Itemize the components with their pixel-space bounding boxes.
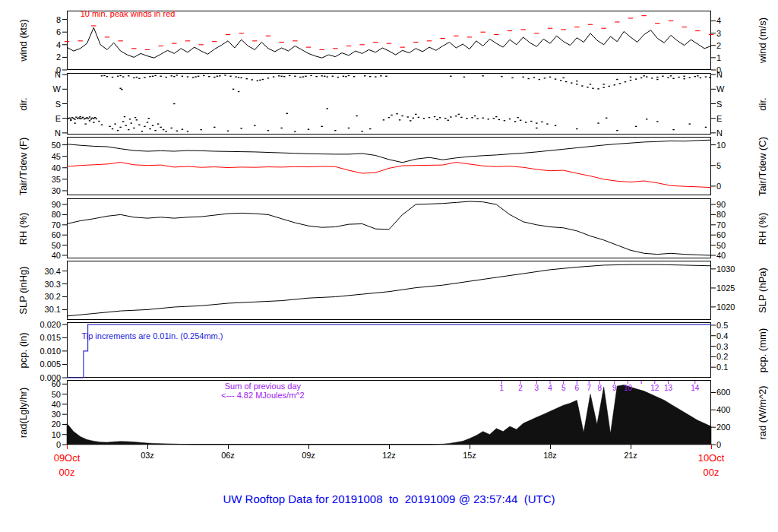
svg-text:Sum of previous day: Sum of previous day — [225, 382, 302, 391]
tick-label: 1025 — [716, 283, 750, 293]
tick-label: 06z — [213, 451, 243, 460]
tick-label: W — [716, 84, 750, 94]
series-slp — [67, 264, 711, 316]
svg-text:6: 6 — [575, 384, 580, 392]
tick-label: 18z — [535, 451, 565, 460]
series-wind — [67, 27, 711, 58]
y-axis-label-rh-right: RH (%) — [757, 212, 768, 245]
y-axis-label-rad-right: rad (W/m^2) — [757, 385, 768, 439]
tick-label: 4 — [0, 40, 61, 50]
tick-label: 0 — [716, 181, 750, 192]
x-axis: 09Oct 00z 10Oct 00z 03z06z09z12z15z18z21… — [0, 445, 778, 483]
tick-label: E — [0, 113, 61, 124]
tick-label: 12z — [374, 451, 404, 460]
tick-label: 30 — [0, 185, 61, 196]
tick-label: 40 — [716, 250, 750, 261]
tick-label: 40 — [0, 399, 61, 410]
tick-label: 5 — [716, 160, 750, 171]
svg-text:10: 10 — [624, 384, 633, 392]
series-rh — [67, 201, 711, 255]
svg-text:9: 9 — [612, 384, 617, 392]
tick-label: 0.015 — [0, 332, 61, 343]
tick-label: 35 — [0, 174, 61, 185]
tick-label: 90 — [716, 199, 750, 210]
tick-label: 4 — [716, 15, 750, 26]
start-date-line2: 00z — [36, 465, 97, 480]
tick-label: 60 — [716, 230, 750, 240]
tick-label: 90 — [0, 199, 61, 210]
tick-label — [631, 445, 631, 449]
svg-text:13: 13 — [664, 384, 673, 392]
tick-label: W — [0, 84, 61, 94]
tick-label: 400 — [716, 404, 750, 415]
tick-label: 80 — [716, 209, 750, 220]
y-axis-label-temp-right: Tair/Tdew (C) — [757, 136, 768, 195]
svg-text:7: 7 — [587, 384, 591, 392]
y-axis-label-slp-right: SLP (hPa) — [757, 268, 768, 313]
tick-label: 1020 — [716, 302, 750, 312]
humidity-plot — [67, 198, 711, 258]
tick-label: 8 — [0, 14, 61, 25]
tick-label: S — [0, 99, 61, 109]
tick-label: 0.4 — [716, 331, 750, 341]
end-date-line2: 00z — [681, 465, 742, 480]
tick-label: 0.010 — [0, 346, 61, 356]
svg-text:10 min. peak winds in red: 10 min. peak winds in red — [81, 9, 176, 18]
pressure-plot — [67, 261, 711, 320]
tick-label: 600 — [716, 387, 750, 397]
temperature-plot-area — [67, 137, 711, 195]
tick-label: 70 — [0, 220, 61, 230]
tick-label: 0.2 — [716, 351, 750, 362]
precipitation-plot: Tip increments are 0.01in. (0.254mm.) — [67, 322, 711, 378]
panel-humidity: RH (%) RH (%) 405060708090405060708090 — [0, 198, 778, 258]
tick-label: 30.2 — [0, 291, 61, 302]
x-axis-start-date: 09Oct 00z — [36, 451, 97, 480]
panel-precipitation: pcp. (in) pcp. (mm) Tip increments are 0… — [0, 322, 778, 378]
tick-label — [470, 445, 470, 449]
tick-label — [67, 445, 68, 449]
tick-label: 30.1 — [0, 304, 61, 315]
tick-label: S — [716, 99, 750, 109]
tick-label: N — [0, 69, 61, 80]
tick-label: 0.3 — [716, 341, 750, 352]
tick-label — [308, 445, 309, 449]
tick-label: 3 — [716, 28, 750, 39]
svg-text:1: 1 — [500, 384, 504, 392]
tick-label: 0.1 — [716, 362, 750, 372]
tick-label: 0.020 — [0, 319, 61, 330]
radiation-plot-area: Sum of previous day<--- 4.82 MJoules/m^2… — [67, 380, 711, 445]
start-date-line1: 09Oct — [36, 451, 97, 465]
y-axis-label-dir-right: dir. — [757, 97, 768, 110]
tick-label: 80 — [0, 209, 61, 220]
tick-label: 200 — [716, 422, 750, 432]
tick-label: 09z — [293, 451, 324, 460]
tick-label: 2 — [0, 52, 61, 62]
tick-label: N — [716, 69, 750, 80]
wind-plot: 10 min. peak winds in red — [67, 11, 711, 70]
tick-label: 03z — [132, 451, 163, 460]
x-axis-end-date: 10Oct 00z — [681, 451, 742, 480]
tick-label — [711, 445, 712, 449]
tick-label: 45 — [0, 151, 61, 162]
direction-plot — [67, 73, 711, 135]
svg-text:12: 12 — [650, 384, 659, 392]
panel-direction: dir. dir. NWSENNWSEN — [0, 73, 778, 135]
tick-label: 50 — [0, 140, 61, 150]
svg-text:Tip increments are 0.01in. (0.: Tip increments are 0.01in. (0.254mm.) — [81, 331, 223, 340]
tick-label: E — [716, 113, 750, 124]
tick-label: 0.005 — [0, 359, 61, 369]
svg-text:5: 5 — [561, 384, 566, 392]
humidity-plot-area — [67, 198, 711, 258]
tick-label: 50 — [716, 240, 750, 251]
tick-label: 30 — [0, 409, 61, 420]
tick-label: 40 — [0, 163, 61, 173]
precipitation-plot-area: Tip increments are 0.01in. (0.254mm.) — [67, 322, 711, 378]
svg-text:<--- 4.82 MJoules/m^2: <--- 4.82 MJoules/m^2 — [221, 391, 304, 400]
wind-plot-area: 10 min. peak winds in red — [67, 11, 711, 70]
tick-label: 1030 — [716, 264, 750, 274]
svg-text:4: 4 — [548, 384, 552, 392]
end-date-line1: 10Oct — [681, 451, 742, 465]
svg-text:14: 14 — [691, 384, 700, 392]
tick-label: 20 — [0, 419, 61, 429]
tick-label: 10 — [716, 140, 750, 150]
